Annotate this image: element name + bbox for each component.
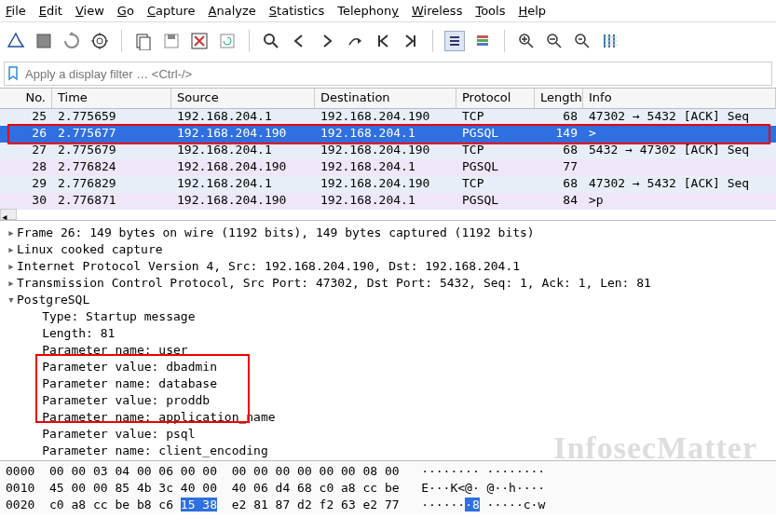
- col-destination[interactable]: Destination: [315, 89, 456, 108]
- hex-line-0[interactable]: 0000 00 00 03 04 00 06 00 00 00 00 00 00…: [6, 463, 770, 480]
- stop-capture-icon[interactable]: [34, 31, 54, 51]
- zoom-out-icon[interactable]: [544, 31, 565, 51]
- col-time[interactable]: Time: [52, 89, 171, 108]
- svg-rect-11: [477, 39, 488, 42]
- hex-line-2[interactable]: 0020 c0 a8 cc be b8 c6 15 38 e2 81 87 d2…: [6, 497, 770, 513]
- zoom-reset-icon[interactable]: [572, 31, 592, 51]
- svg-rect-12: [477, 43, 488, 46]
- detail-type[interactable]: Type: Startup message: [0, 308, 776, 325]
- capture-options-icon[interactable]: [89, 31, 110, 51]
- menu-telephony[interactable]: Telephony: [337, 4, 399, 18]
- detail-p5[interactable]: Parameter name: application_name: [0, 409, 776, 426]
- resize-columns-icon[interactable]: [600, 31, 620, 51]
- go-forward-icon[interactable]: [317, 31, 337, 51]
- close-file-icon[interactable]: [189, 31, 210, 51]
- hex-line-1[interactable]: 0010 45 00 00 85 4b 3c 40 00 40 06 d4 68…: [6, 480, 770, 497]
- display-filter-bar: [4, 61, 772, 86]
- save-file-icon[interactable]: [161, 31, 182, 51]
- col-info[interactable]: Info: [583, 89, 776, 108]
- svg-point-9: [265, 34, 274, 44]
- svg-point-2: [97, 38, 102, 44]
- menu-bar: File Edit View Go Capture Analyze Statis…: [0, 0, 776, 22]
- display-filter-input[interactable]: [21, 65, 771, 83]
- col-source[interactable]: Source: [171, 89, 315, 108]
- open-file-icon[interactable]: [133, 31, 154, 51]
- packet-row[interactable]: 272.775679192.168.204.1192.168.204.190TC…: [0, 143, 776, 159]
- svg-rect-8: [221, 34, 234, 48]
- detail-p7[interactable]: Parameter name: client_encoding: [0, 443, 776, 459]
- detail-ip[interactable]: ▸Internet Protocol Version 4, Src: 192.1…: [0, 258, 776, 275]
- hscroll-stub[interactable]: ◂: [0, 209, 17, 220]
- menu-analyze[interactable]: Analyze: [209, 4, 256, 18]
- shark-fin-icon[interactable]: [6, 31, 26, 51]
- packet-row[interactable]: 252.775659192.168.204.1192.168.204.190TC…: [0, 109, 776, 126]
- col-no[interactable]: No.: [0, 89, 52, 108]
- menu-statistics[interactable]: Statistics: [269, 4, 324, 18]
- detail-p6[interactable]: Parameter value: psql: [0, 426, 776, 443]
- detail-p4[interactable]: Parameter value: proddb: [0, 392, 776, 409]
- svg-rect-6: [168, 34, 175, 39]
- go-first-icon[interactable]: [373, 31, 393, 51]
- reload-file-icon[interactable]: [217, 31, 238, 51]
- go-last-icon[interactable]: [401, 31, 421, 51]
- col-length[interactable]: Length: [535, 89, 583, 108]
- menu-go[interactable]: Go: [117, 4, 134, 18]
- packet-list-header: No. Time Source Destination Protocol Len…: [0, 89, 776, 109]
- detail-p2[interactable]: Parameter value: dbadmin: [0, 359, 776, 375]
- menu-wireless[interactable]: Wireless: [412, 4, 462, 18]
- packet-row[interactable]: 262.775677192.168.204.190192.168.204.1PG…: [0, 126, 776, 143]
- detail-p3[interactable]: Parameter name: database: [0, 375, 776, 392]
- col-protocol[interactable]: Protocol: [456, 89, 535, 108]
- detail-length[interactable]: Length: 81: [0, 325, 776, 342]
- detail-cooked[interactable]: ▸Linux cooked capture: [0, 241, 776, 258]
- colorize-icon[interactable]: [472, 31, 493, 51]
- detail-frame[interactable]: ▸Frame 26: 149 bytes on wire (1192 bits)…: [0, 225, 776, 241]
- svg-rect-0: [37, 34, 50, 48]
- menu-help[interactable]: Help: [518, 4, 546, 18]
- detail-p1[interactable]: Parameter name: user: [0, 342, 776, 359]
- find-packet-icon[interactable]: [261, 31, 281, 51]
- detail-tcp[interactable]: ▸Transmission Control Protocol, Src Port…: [0, 275, 776, 292]
- packet-bytes-pane[interactable]: 0000 00 00 03 04 00 06 00 00 00 00 00 00…: [0, 460, 776, 514]
- packet-row[interactable]: 302.776871192.168.204.190192.168.204.1PG…: [0, 193, 776, 210]
- packet-list-pane[interactable]: No. Time Source Destination Protocol Len…: [0, 88, 776, 220]
- packet-row[interactable]: 292.776829192.168.204.1192.168.204.190TC…: [0, 176, 776, 193]
- menu-view[interactable]: View: [75, 4, 104, 18]
- menu-file[interactable]: File: [6, 4, 26, 18]
- restart-capture-icon[interactable]: [61, 31, 82, 51]
- zoom-in-icon[interactable]: [516, 31, 537, 51]
- menu-tools[interactable]: Tools: [475, 4, 505, 18]
- svg-rect-4: [140, 37, 150, 50]
- toolbar: [0, 22, 776, 60]
- menu-edit[interactable]: Edit: [39, 4, 62, 18]
- go-to-packet-icon[interactable]: [345, 31, 365, 51]
- packet-row[interactable]: 282.776824192.168.204.190192.168.204.1PG…: [0, 159, 776, 176]
- detail-pgsql[interactable]: ▾PostgreSQL: [0, 292, 776, 308]
- menu-capture[interactable]: Capture: [147, 4, 196, 18]
- svg-point-1: [93, 34, 106, 48]
- go-back-icon[interactable]: [289, 31, 309, 51]
- svg-rect-10: [477, 35, 488, 38]
- bookmark-filter-icon[interactable]: [5, 66, 21, 81]
- packet-details-pane[interactable]: ▸Frame 26: 149 bytes on wire (1192 bits)…: [0, 220, 776, 460]
- autoscroll-icon[interactable]: [444, 31, 465, 51]
